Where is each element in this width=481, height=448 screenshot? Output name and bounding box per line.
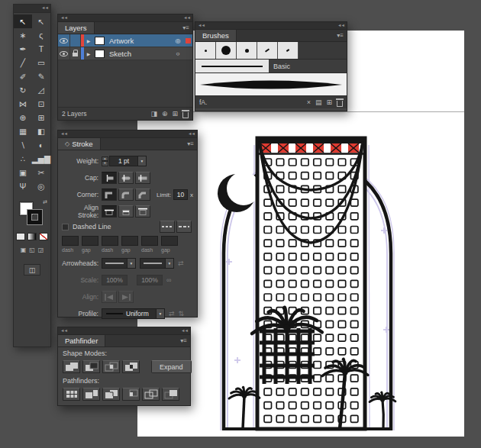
stroke-panel-menu-icon[interactable]: ▾≡ [184, 138, 197, 150]
stroke-swatch[interactable] [27, 210, 42, 224]
delete-brush-icon[interactable] [337, 101, 343, 107]
mesh-tool[interactable]: ▦ [14, 124, 32, 138]
new-brush-icon[interactable]: ⊞ [326, 99, 332, 106]
collapse-left-icon[interactable]: ◄◄ [60, 329, 67, 334]
trim-button[interactable] [82, 388, 100, 401]
scale-start-value[interactable]: 100% [102, 275, 128, 285]
layer-row-sketch[interactable]: ▶ Sketch ○ [58, 47, 192, 60]
brush-swatch[interactable] [278, 42, 299, 59]
brush-options-icon[interactable]: ▤ [315, 99, 322, 106]
arrowhead-end-arrow-icon[interactable]: ▾ [166, 258, 174, 269]
type-tool[interactable]: T [32, 42, 50, 56]
zoom-tool[interactable]: ◎ [32, 179, 50, 193]
cap-projecting-button[interactable] [135, 172, 150, 184]
delete-layer-icon[interactable] [182, 112, 189, 118]
rectangle-tool[interactable]: ▭ [32, 56, 50, 69]
collapse-left-icon[interactable]: ◄◄ [60, 132, 67, 137]
arrowhead-start-select[interactable] [102, 258, 128, 269]
lock-toggle[interactable] [70, 34, 81, 47]
align-arrow-tip-button[interactable] [102, 291, 117, 303]
collapse-right-icon[interactable]: ◄◄ [183, 16, 190, 21]
divide-button[interactable] [63, 388, 80, 401]
screen-mode-button[interactable]: ◫ [24, 264, 40, 276]
collapse-left-icon[interactable]: ◄◄ [198, 24, 205, 28]
brush-libraries-icon[interactable]: fA. [199, 98, 207, 106]
tab-layers[interactable]: Layers [58, 22, 95, 34]
collapse-left-icon[interactable]: ◄◄ [60, 16, 67, 21]
brush-swatch[interactable] [237, 42, 257, 59]
perspective-grid-tool[interactable]: ⊞ [32, 111, 50, 124]
collapse-right-icon[interactable]: ◄◄ [337, 24, 344, 28]
intersect-button[interactable] [102, 360, 120, 373]
brushes-panel-menu-icon[interactable]: ▾≡ [334, 30, 347, 41]
swap-fill-stroke-icon[interactable]: ⇄ [43, 199, 47, 205]
gap-field[interactable] [82, 236, 98, 246]
expand-triangle-icon[interactable]: ▶ [84, 47, 93, 60]
minus-front-button[interactable] [82, 360, 100, 373]
expand-button[interactable]: Expand [151, 360, 192, 373]
tab-stroke[interactable]: ◇ Stroke [58, 138, 101, 150]
scale-end-value[interactable]: 100% [137, 275, 163, 285]
scale-tool[interactable]: ◿ [32, 83, 50, 97]
width-tool[interactable]: ⋈ [14, 97, 32, 111]
gap-field[interactable] [161, 236, 178, 246]
unite-button[interactable] [63, 360, 80, 373]
target-circle-icon[interactable]: ◎ [173, 34, 183, 47]
swap-arrowheads-icon[interactable]: ⇄ [178, 259, 184, 267]
new-layer-icon[interactable]: ⊞ [172, 111, 178, 118]
align-inside-button[interactable] [118, 205, 134, 218]
draw-inside-icon[interactable]: ◲ [38, 247, 44, 253]
collapse-right-icon[interactable]: ◄◄ [188, 132, 195, 137]
weight-stepper[interactable]: ▴▾ [102, 156, 108, 166]
make-clipping-mask-icon[interactable]: ◨ [150, 111, 157, 118]
draw-normal-icon[interactable]: ▣ [21, 247, 27, 253]
flip-along-icon[interactable]: ⇅ [179, 310, 185, 317]
preserve-dashes-button[interactable] [160, 221, 175, 233]
arrowhead-start-arrow-icon[interactable]: ▾ [128, 258, 136, 269]
align-dashes-button[interactable] [176, 221, 192, 233]
rotate-tool[interactable]: ↻ [14, 83, 32, 97]
dash-field[interactable] [141, 236, 158, 246]
cap-round-button[interactable] [118, 172, 134, 184]
flip-across-icon[interactable]: ⇄ [169, 310, 175, 317]
tab-brushes[interactable]: Brushes [195, 30, 237, 41]
new-sublayer-icon[interactable]: ⊕ [162, 111, 168, 118]
align-arrow-end-button[interactable] [118, 291, 134, 303]
weight-dropdown-icon[interactable]: ▾ [138, 156, 147, 166]
expand-triangle-icon[interactable]: ▶ [84, 34, 93, 47]
dashed-line-checkbox[interactable] [62, 224, 69, 230]
hand-tool[interactable]: Ψ [14, 179, 32, 193]
crop-button[interactable] [122, 388, 140, 401]
cap-butt-button[interactable] [102, 172, 117, 184]
visibility-toggle[interactable] [58, 34, 70, 47]
layer-thumbnail[interactable] [93, 47, 106, 60]
selection-indicator[interactable] [183, 34, 192, 47]
blend-tool[interactable]: ◐ [32, 138, 50, 152]
layer-row-artwork[interactable]: ▶ Artwork ◎ [58, 34, 192, 47]
none-button[interactable] [39, 233, 48, 240]
merge-button[interactable] [102, 388, 120, 401]
eyedropper-tool[interactable]: ∖ [14, 138, 32, 152]
minus-back-button[interactable] [162, 388, 179, 401]
direct-selection-tool[interactable]: ↖ [32, 15, 50, 28]
corner-miter-button[interactable] [102, 189, 117, 201]
dash-field[interactable] [102, 236, 118, 246]
line-segment-tool[interactable]: ╱ [14, 56, 32, 69]
remove-brush-stroke-icon[interactable]: × [307, 99, 311, 106]
magic-wand-tool[interactable]: ∗ [14, 28, 32, 42]
corner-round-button[interactable] [118, 189, 134, 201]
target-circle-icon[interactable]: ○ [173, 47, 183, 60]
limit-value[interactable]: 10 [173, 189, 188, 200]
color-button[interactable] [16, 233, 25, 240]
arrowhead-end-select[interactable] [140, 258, 166, 269]
dash-field[interactable] [62, 236, 79, 246]
free-transform-tool[interactable]: ⊡ [32, 97, 50, 111]
align-center-button[interactable] [102, 205, 117, 218]
brush-swatch[interactable] [257, 42, 278, 59]
profile-arrow-icon[interactable]: ▾ [157, 308, 165, 319]
collapse-right-icon[interactable]: ◄◄ [181, 329, 188, 334]
pencil-tool[interactable]: ✎ [32, 69, 50, 83]
calligraphic-brush-swatch[interactable] [195, 73, 347, 95]
shape-builder-tool[interactable]: ⊕ [14, 111, 32, 124]
exclude-button[interactable] [122, 360, 140, 373]
